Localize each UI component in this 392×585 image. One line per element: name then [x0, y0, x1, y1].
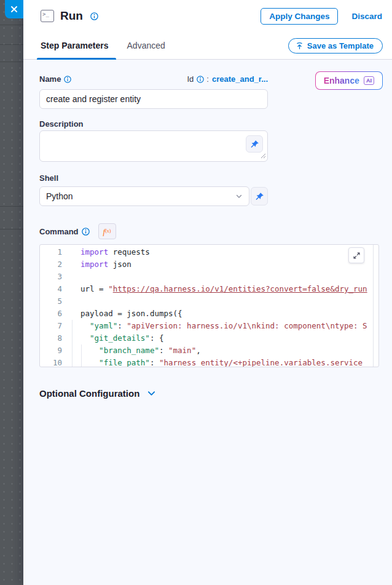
close-icon	[10, 5, 18, 14]
header-actions: Apply Changes Discard	[261, 8, 382, 25]
line-number: 1	[40, 246, 69, 258]
shell-select[interactable]: Python	[39, 186, 249, 206]
pin-button[interactable]	[251, 187, 268, 205]
shell-field: Python	[39, 186, 383, 206]
indent-guide	[72, 357, 73, 367]
code-line: 4url = "https://qa.harness.io/v1/entitie…	[40, 283, 378, 295]
line-text: "branch_name": "main",	[69, 344, 372, 357]
line-number: 8	[40, 332, 69, 344]
optional-configuration-toggle[interactable]: Optional Configuration	[39, 388, 156, 399]
indent-guide	[72, 332, 73, 344]
code-line: 3	[40, 271, 378, 283]
info-icon[interactable]	[64, 76, 71, 83]
chevron-down-icon	[235, 193, 243, 200]
info-icon[interactable]	[82, 228, 90, 236]
name-input[interactable]	[39, 89, 268, 109]
line-text	[69, 295, 372, 308]
backdrop-divider	[0, 229, 23, 229]
line-text: "file_path": "harness_entity/<+pipeline.…	[69, 357, 372, 367]
id-separator: :	[206, 74, 209, 84]
line-text: url = "https://qa.harness.io/v1/entities…	[69, 283, 372, 295]
chevron-down-icon	[147, 389, 156, 398]
command-label: Command	[39, 227, 79, 236]
line-text: import requests	[69, 246, 372, 258]
command-label-row: Command f(x)	[39, 223, 383, 239]
code-line: 6payload = json.dumps({	[40, 308, 378, 320]
enhance-ai-button[interactable]: Enhance AI	[315, 71, 383, 90]
line-text	[69, 271, 372, 283]
step-id-group: Id : create_and_r...	[187, 74, 268, 84]
command-code-editor[interactable]: 1import requests2import json34url = "htt…	[39, 244, 379, 367]
page-title: Run	[60, 9, 83, 23]
enhance-label: Enhance	[324, 76, 359, 86]
info-icon[interactable]	[197, 76, 204, 83]
apply-changes-button[interactable]: Apply Changes	[261, 8, 338, 25]
close-drawer-button[interactable]	[5, 0, 23, 18]
line-text: "git_details": {	[69, 332, 372, 344]
description-label: Description	[39, 119, 383, 129]
line-number: 7	[40, 320, 69, 332]
indent-guide	[81, 357, 82, 367]
tabs-row: Step Parameters Advanced Save as Templat…	[23, 32, 392, 60]
optional-configuration-label: Optional Configuration	[39, 388, 139, 399]
line-number: 2	[40, 258, 69, 271]
shell-label: Shell	[39, 173, 383, 183]
step-id-value[interactable]: create_and_r...	[212, 74, 268, 84]
resize-handle[interactable]	[260, 150, 266, 161]
line-text: "yaml": "apiVersion: harness.io/v1\nkind…	[69, 320, 372, 332]
id-label: Id	[187, 74, 194, 84]
name-label-row: Name Id : create_and_r...	[39, 74, 268, 84]
indent-guide	[81, 344, 82, 357]
code-lines: 1import requests2import json34url = "htt…	[40, 246, 378, 367]
expand-editor-button[interactable]	[348, 247, 364, 263]
description-field	[39, 130, 268, 164]
save-as-template-button[interactable]: Save as Template	[288, 38, 383, 54]
backdrop-divider	[0, 44, 23, 45]
dimmed-page-backdrop	[0, 0, 23, 585]
tab-step-parameters[interactable]: Step Parameters	[41, 32, 109, 59]
description-textarea[interactable]	[39, 130, 268, 162]
tab-advanced[interactable]: Advanced	[127, 32, 165, 59]
step-parameters-panel: Enhance AI Name Id : create_and_r... Des…	[23, 60, 392, 585]
line-number: 9	[40, 344, 69, 357]
line-text: payload = json.dumps({	[69, 308, 372, 320]
expression-fx-button[interactable]: f(x)	[98, 223, 116, 239]
backdrop-divider	[0, 25, 23, 25]
line-text: import json	[69, 258, 372, 271]
shell-selected-value: Python	[46, 191, 73, 201]
code-line: 10 "file_path": "harness_entity/<+pipeli…	[40, 357, 378, 367]
indent-guide	[72, 344, 73, 357]
line-number: 3	[40, 271, 69, 283]
line-number: 4	[40, 283, 69, 295]
code-line: 7 "yaml": "apiVersion: harness.io/v1\nki…	[40, 320, 378, 332]
fullscreen-expand-icon	[353, 252, 361, 260]
line-number: 6	[40, 308, 69, 320]
backdrop-divider	[0, 62, 23, 62]
upload-icon	[296, 42, 304, 50]
discard-button[interactable]: Discard	[351, 12, 382, 21]
ai-badge: AI	[364, 76, 374, 85]
drawer-header: >_ Run Apply Changes Discard	[23, 0, 392, 32]
line-number: 5	[40, 295, 69, 308]
indent-guide	[72, 320, 73, 332]
editor-scrollbar[interactable]	[373, 245, 374, 367]
info-icon[interactable]	[90, 12, 98, 20]
code-line: 2import json	[40, 258, 378, 271]
code-line: 9 "branch_name": "main",	[40, 344, 378, 357]
backdrop-divider	[0, 206, 23, 207]
name-label: Name	[39, 74, 61, 84]
code-line: 8 "git_details": {	[40, 332, 378, 344]
pushpin-icon	[250, 140, 259, 149]
code-line: 1import requests	[40, 246, 378, 258]
line-number: 10	[40, 357, 69, 367]
code-line: 5	[40, 295, 378, 308]
run-step-terminal-icon: >_	[41, 10, 54, 22]
step-config-drawer: >_ Run Apply Changes Discard Step Parame…	[23, 0, 392, 585]
pushpin-icon	[255, 192, 264, 201]
